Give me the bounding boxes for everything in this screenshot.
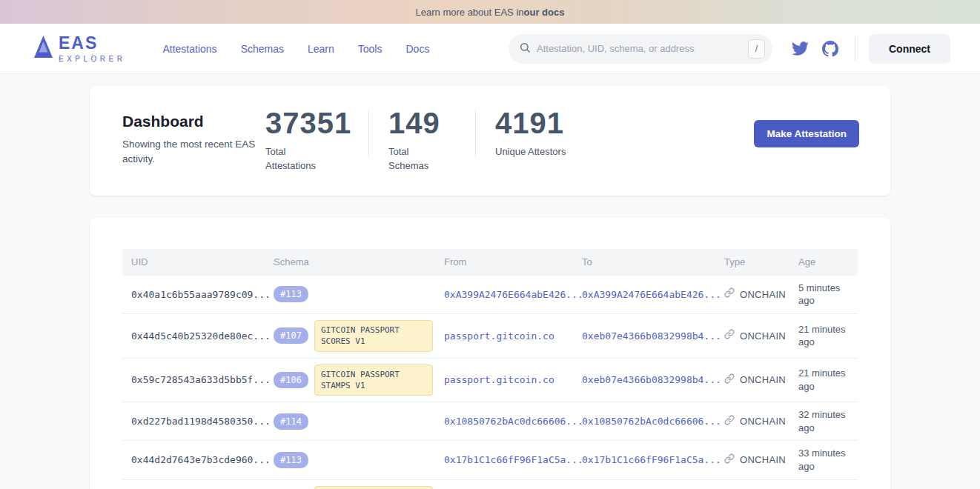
stat-total-attestations: 37351 Total Attestations: [265, 108, 368, 173]
attestation-age: 32 minutes ago: [789, 408, 858, 434]
stat-divider: [475, 110, 476, 157]
stat-value: 37351: [265, 108, 368, 138]
col-from: From: [435, 256, 573, 267]
schema-id-badge[interactable]: #113: [274, 286, 308, 302]
connect-wallet-button[interactable]: Connect: [869, 34, 950, 64]
attestation-age: 5 minutes ago: [789, 282, 858, 307]
eas-triangle-icon: [33, 35, 53, 61]
col-type: Type: [715, 256, 789, 267]
chain-link-icon: [724, 415, 735, 428]
attestation-type: ONCHAIN: [740, 374, 786, 385]
uid-link[interactable]: 0x44d5c40b25320de80ec...: [122, 330, 265, 342]
from-address-link[interactable]: 0x17b1C1c66fF96F1aC5a...: [435, 454, 573, 465]
stat-divider: [368, 110, 369, 157]
attestations-table-card: UID Schema From To Type Age 0x40a1c6b55a…: [90, 218, 890, 489]
make-attestation-button[interactable]: Make Attestation: [754, 120, 859, 147]
to-address-link[interactable]: 0x17b1C1c66fF96F1aC5a...: [573, 454, 715, 465]
search-icon: [519, 41, 531, 56]
schema-name-badge[interactable]: GITCOIN PASSPORT STAMPS V1: [314, 365, 433, 396]
attestation-type: ONCHAIN: [740, 416, 786, 427]
col-age: Age: [789, 256, 858, 267]
twitter-icon[interactable]: [792, 41, 809, 56]
stat-value: 4191: [495, 108, 599, 138]
nav-learn[interactable]: Learn: [308, 43, 334, 55]
table-row[interactable]: 0x44d2d7643e7b3cde960... #113 0x17b1C1c6…: [122, 441, 858, 479]
table-row[interactable]: 0xd227bad1198d4580350... #114 0x10850762…: [122, 402, 858, 441]
page-subtitle: Showing the most recent EAS activity.: [122, 137, 256, 166]
schema-id-badge[interactable]: #114: [274, 413, 308, 430]
page-title: Dashboard: [122, 113, 265, 130]
logo-title: EAS: [59, 35, 125, 52]
stat-label: Total Attestations: [265, 145, 326, 173]
docs-banner: Learn more about EAS in our docs: [0, 0, 980, 24]
attestation-type: ONCHAIN: [740, 454, 786, 465]
from-address-link[interactable]: passport.gitcoin.co: [435, 374, 573, 385]
to-address-link[interactable]: 0x10850762bAc0dc66606...: [573, 416, 715, 427]
uid-link[interactable]: 0x44d2d7643e7b3cde960...: [122, 454, 265, 465]
uid-link[interactable]: 0x59c728543a633d5bb5f...: [122, 374, 265, 385]
col-schema: Schema: [265, 256, 435, 267]
main-nav: Attestations Schemas Learn Tools Docs: [162, 43, 429, 55]
schema-name-badge[interactable]: GITCOIN PASSPORT SCORES V1: [314, 486, 433, 489]
attestation-age: 21 minutes ago: [789, 367, 858, 393]
search-bar[interactable]: /: [509, 34, 772, 64]
stat-label: Total Schemas: [388, 145, 434, 173]
col-uid: UID: [122, 256, 265, 267]
table-row[interactable]: 0xcfc68a268e8ec9260a8... #107 GITCOIN PA…: [122, 480, 858, 489]
table-header: UID Schema From To Type Age: [122, 249, 858, 276]
nav-schemas[interactable]: Schemas: [241, 43, 284, 55]
attestations-table: UID Schema From To Type Age 0x40a1c6b55a…: [122, 249, 858, 489]
to-address-link[interactable]: 0xeb07e4366b0832998b4...: [573, 374, 715, 385]
search-input[interactable]: [537, 43, 748, 54]
nav-tools[interactable]: Tools: [358, 43, 383, 55]
chain-link-icon: [724, 287, 735, 301]
eas-logo[interactable]: EAS EXPLORER: [33, 35, 125, 63]
stat-value: 149: [388, 108, 475, 138]
chain-link-icon: [724, 373, 735, 387]
table-row[interactable]: 0x40a1c6b55aaa9789c09... #113 0xA399A247…: [122, 276, 858, 314]
stat-unique-attestors: 4191 Unique Attestors: [495, 108, 599, 159]
dashboard-card: Dashboard Showing the most recent EAS ac…: [90, 86, 890, 196]
to-address-link[interactable]: 0xeb07e4366b0832998b4...: [573, 330, 715, 342]
logo-subtitle: EXPLORER: [59, 56, 125, 63]
stats-row: 37351 Total Attestations 149 Total Schem…: [265, 108, 599, 173]
uid-link[interactable]: 0x40a1c6b55aaa9789c09...: [122, 289, 265, 300]
banner-docs-link[interactable]: our docs: [524, 7, 565, 18]
attestation-type: ONCHAIN: [740, 330, 786, 342]
header-divider: [855, 37, 855, 61]
github-icon[interactable]: [822, 41, 838, 57]
schema-id-badge[interactable]: #113: [274, 452, 308, 468]
attestation-age: 21 minutes ago: [789, 323, 858, 349]
schema-id-badge[interactable]: #107: [274, 327, 308, 344]
stat-total-schemas: 149 Total Schemas: [388, 108, 475, 173]
to-address-link[interactable]: 0xA399A2476E664abE426...: [573, 289, 715, 300]
col-to: To: [573, 256, 715, 267]
header: EAS EXPLORER Attestations Schemas Learn …: [0, 24, 980, 74]
uid-link[interactable]: 0xd227bad1198d4580350...: [122, 416, 265, 427]
chain-link-icon: [724, 453, 735, 467]
nav-docs[interactable]: Docs: [405, 43, 429, 55]
attestation-type: ONCHAIN: [740, 289, 786, 300]
attestation-age: 33 minutes ago: [789, 447, 858, 473]
table-row[interactable]: 0x44d5c40b25320de80ec... #107 GITCOIN PA…: [122, 314, 858, 359]
banner-text: Learn more about EAS in: [416, 7, 524, 18]
table-row[interactable]: 0x59c728543a633d5bb5f... #106 GITCOIN PA…: [122, 359, 858, 403]
from-address-link[interactable]: 0x10850762bAc0dc66606...: [435, 416, 573, 427]
nav-attestations[interactable]: Attestations: [162, 43, 216, 55]
chain-link-icon: [724, 329, 735, 342]
stat-label: Unique Attestors: [495, 145, 584, 159]
schema-id-badge[interactable]: #106: [274, 372, 308, 388]
from-address-link[interactable]: passport.gitcoin.co: [435, 330, 573, 342]
schema-name-badge[interactable]: GITCOIN PASSPORT SCORES V1: [314, 320, 433, 352]
from-address-link[interactable]: 0xA399A2476E664abE426...: [435, 289, 573, 300]
main-content: Dashboard Showing the most recent EAS ac…: [0, 74, 980, 489]
search-shortcut-key: /: [748, 39, 765, 59]
